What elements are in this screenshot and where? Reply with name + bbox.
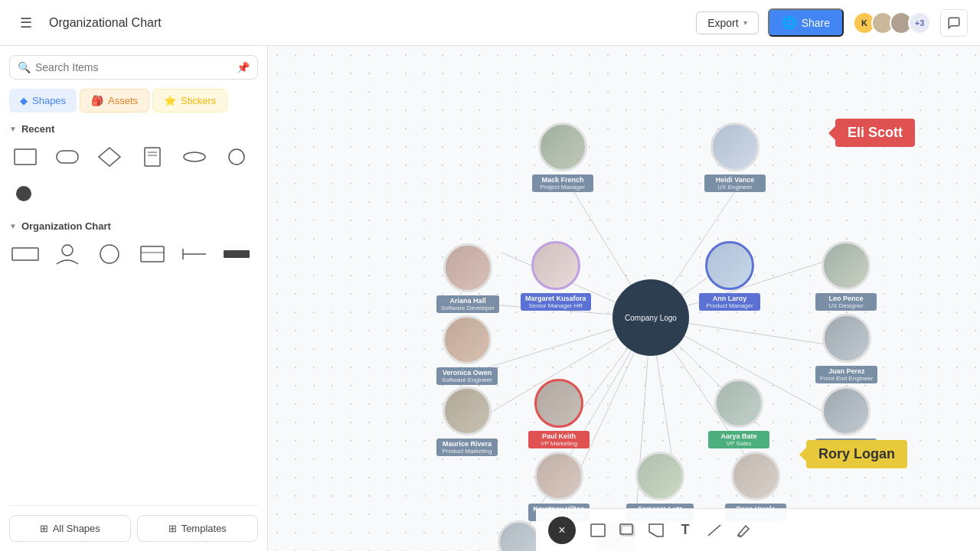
label-margaret: Margaret Kusafora Senior Manager HR — [521, 293, 591, 311]
org-shape-bracket[interactable] — [136, 238, 168, 270]
svg-point-11 — [100, 245, 119, 263]
oval-wide-icon — [182, 147, 207, 167]
org-node-aarya[interactable]: Aarya Bate VP Sales — [708, 379, 769, 448]
org-shape-person[interactable] — [51, 238, 83, 270]
tool-note-icon — [648, 523, 665, 538]
recent-label: Recent — [21, 123, 54, 135]
svg-rect-34 — [591, 524, 605, 536]
avatar-maurice — [443, 386, 492, 435]
label-heidi-vance: Heidi Vance UX Engineer — [704, 174, 766, 192]
globe-icon: 🌐 — [782, 15, 797, 30]
org-shape-box[interactable] — [9, 238, 41, 270]
search-input[interactable] — [35, 61, 232, 73]
shape-document[interactable] — [136, 141, 168, 173]
floating-label-eli: Eli Scott — [835, 119, 915, 147]
avatar-heidi-vance — [710, 122, 760, 171]
canvas[interactable]: Company Logo Mack French Project Manager… — [268, 46, 980, 551]
avatar-mack-french — [538, 122, 587, 171]
shape-rectangle[interactable] — [9, 141, 41, 173]
org-node-paul[interactable]: Paul Keith VP Marketing — [528, 379, 590, 448]
org-shape-connector[interactable] — [178, 238, 211, 270]
assets-label: Assets — [108, 95, 138, 106]
floating-label-rory: Rory Logan — [806, 440, 907, 468]
shape-rounded-rect[interactable] — [51, 141, 83, 173]
svg-rect-3 — [145, 148, 160, 166]
rounded-rect-icon — [55, 147, 80, 167]
all-shapes-label: All Shapes — [53, 523, 100, 534]
org-node-ann-laroy[interactable]: Ann Laroy Product Manager — [699, 241, 760, 311]
shapes-label: Shapes — [32, 95, 66, 106]
pin-icon[interactable]: 📌 — [237, 61, 250, 73]
eli-scott-text: Eli Scott — [848, 125, 903, 140]
tab-shapes[interactable]: ◆ Shapes — [9, 89, 77, 112]
svg-rect-16 — [224, 250, 250, 258]
label-veronica: Veronica Owen Software Engineer — [436, 367, 498, 385]
collaborator-avatars: K +3 — [853, 11, 931, 34]
all-shapes-button[interactable]: ⊞ All Shapes — [9, 515, 131, 542]
menu-button[interactable]: ☰ — [12, 9, 40, 37]
org-person-icon — [53, 243, 82, 266]
all-shapes-icon: ⊞ — [40, 523, 48, 534]
shape-circle-filled[interactable] — [9, 178, 41, 210]
label-maurice: Maurice Rivera Product Marketing — [436, 439, 498, 456]
tool-note[interactable] — [643, 517, 669, 543]
org-node-juan[interactable]: Juan Perez Front End Engineer — [815, 314, 877, 383]
share-button[interactable]: 🌐 Share — [768, 8, 844, 37]
svg-marker-37 — [649, 524, 663, 536]
header: ☰ Organizational Chart Export ▾ 🌐 Share … — [0, 0, 980, 46]
org-shapes-grid — [9, 238, 258, 270]
org-arrow-icon: ▼ — [9, 222, 17, 230]
svg-point-6 — [184, 152, 205, 161]
org-center-node: Company Logo — [612, 279, 689, 356]
tab-stickers[interactable]: ⭐ Stickers — [152, 89, 227, 112]
org-bar-icon — [222, 243, 251, 266]
sidebar-tabs: ◆ Shapes 🎒 Assets ⭐ Stickers — [9, 89, 258, 112]
svg-marker-2 — [99, 148, 120, 166]
share-label: Share — [802, 17, 830, 29]
svg-point-10 — [62, 245, 73, 256]
avatar-paul — [534, 379, 583, 428]
tab-assets[interactable]: 🎒 Assets — [80, 89, 149, 112]
more-avatars-count: +3 — [908, 11, 931, 34]
svg-rect-9 — [12, 248, 38, 260]
assets-icon: 🎒 — [91, 95, 103, 106]
rory-logan-text: Rory Logan — [818, 446, 895, 461]
recent-section-header[interactable]: ▼ Recent — [9, 123, 258, 135]
org-node-margaret[interactable]: Margaret Kusafora Senior Manager HR — [521, 241, 591, 311]
org-shape-circle[interactable] — [93, 238, 126, 270]
bottom-buttons: ⊞ All Shapes ⊞ Templates — [9, 505, 258, 542]
avatar-ayman — [822, 386, 871, 435]
recent-arrow-icon: ▼ — [9, 125, 17, 133]
tool-pen[interactable] — [730, 517, 756, 543]
comment-button[interactable] — [940, 9, 968, 37]
diamond-icon — [97, 146, 122, 168]
shape-diamond[interactable] — [93, 141, 126, 173]
tool-rectangle[interactable] — [585, 517, 611, 543]
tool-line[interactable] — [701, 517, 727, 543]
circle-filled-icon — [13, 183, 38, 204]
templates-button[interactable]: ⊞ Templates — [137, 515, 259, 542]
avatar-veronica — [443, 315, 492, 364]
stickers-label: Stickers — [181, 95, 216, 106]
shape-oval[interactable] — [220, 141, 253, 173]
org-node-mack-french[interactable]: Mack French Project Manager — [532, 122, 593, 192]
svg-point-8 — [16, 186, 31, 201]
tool-shadow-rect[interactable] — [614, 517, 640, 543]
org-node-ariana-hall[interactable]: Ariana Hall Software Developer — [436, 243, 499, 313]
tool-text-icon: T — [681, 522, 690, 538]
org-node-veronica[interactable]: Veronica Owen Software Engineer — [436, 315, 498, 385]
bottom-toolbar: × T — [536, 508, 980, 551]
org-node-maurice[interactable]: Maurice Rivera Product Marketing — [436, 386, 498, 456]
org-chart-section-header[interactable]: ▼ Organization Chart — [9, 220, 258, 232]
header-right — [940, 9, 968, 37]
export-button[interactable]: Export ▾ — [696, 11, 758, 34]
org-node-heidi-vance[interactable]: Heidi Vance UX Engineer — [704, 122, 766, 192]
close-button[interactable]: × — [548, 517, 576, 544]
org-bracket-icon — [138, 243, 167, 266]
avatar-juan — [822, 314, 871, 363]
shape-oval-wide[interactable] — [178, 141, 211, 173]
export-label: Export — [707, 17, 738, 29]
org-node-leo-pence[interactable]: Leo Pence UX Designer — [815, 241, 877, 311]
org-shape-bar[interactable] — [220, 238, 253, 270]
tool-text[interactable]: T — [672, 517, 698, 543]
